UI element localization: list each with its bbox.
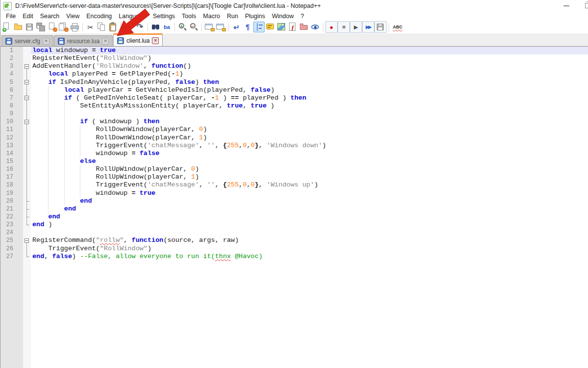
menu-file[interactable]: File [2, 12, 19, 20]
code-text [31, 110, 588, 118]
cut-icon-glyph: ✂ [87, 24, 94, 31]
replace-icon[interactable]: ba [161, 22, 172, 32]
line-number[interactable]: 15 [0, 158, 23, 165]
tab-close-icon[interactable]: ✕ [43, 38, 49, 45]
line-number[interactable]: 18 [0, 181, 23, 189]
menu-plugins[interactable]: Plugins [242, 12, 269, 20]
cut-icon[interactable]: ✂ [85, 22, 96, 32]
close-icon[interactable] [47, 22, 58, 32]
replace-icon-glyph: ba [164, 25, 170, 30]
restore-button[interactable] [581, 1, 588, 10]
line-number[interactable]: 16 [0, 165, 23, 173]
open-file-icon[interactable] [13, 22, 24, 32]
fold-marker [23, 150, 31, 158]
new-file-icon[interactable] [1, 22, 13, 32]
macro-play-icon-glyph: ▶ [354, 25, 358, 30]
code-text: RegisterNetEvent("RollWindow") [31, 54, 588, 62]
user-defined-dialog-icon[interactable] [265, 22, 276, 32]
save-icon[interactable] [24, 22, 35, 32]
line-number[interactable]: 13 [0, 142, 23, 150]
line-number[interactable]: 2 [0, 54, 23, 62]
code-text: TriggerEvent("RollWindow") [31, 245, 588, 253]
close-all-icon[interactable] [58, 22, 69, 32]
line-number[interactable]: 7 [0, 94, 23, 102]
code-text: windowup = false [31, 150, 588, 158]
line-number[interactable]: 8 [0, 102, 23, 110]
line-number[interactable]: 9 [0, 110, 23, 118]
line-number[interactable]: 23 [0, 221, 23, 229]
floppy-disk-icon [117, 37, 124, 44]
code-text: SetEntityAsMissionEntity( playerCar, tru… [31, 102, 588, 110]
print-icon[interactable] [69, 22, 80, 32]
menu-run[interactable]: Run [223, 12, 242, 20]
line-number[interactable]: 1 [0, 47, 23, 54]
menu-help[interactable]: ? [297, 12, 307, 20]
function-list-icon[interactable]: ƒ [287, 22, 298, 32]
tab-close-icon[interactable]: ✕ [152, 37, 159, 44]
sync-vertical-scroll-icon[interactable] [204, 22, 215, 32]
line-number[interactable]: 27 [0, 253, 23, 261]
line-number[interactable]: 21 [0, 205, 23, 213]
menu-macro[interactable]: Macro [199, 12, 223, 20]
line-number[interactable]: 17 [0, 173, 23, 181]
show-indent-guide-icon[interactable] [253, 22, 265, 32]
fold-marker [23, 197, 31, 205]
zoom-out-icon[interactable]: − [188, 22, 199, 32]
folder-as-workspace-icon[interactable] [298, 22, 310, 32]
menu-edit[interactable]: Edit [19, 12, 37, 20]
minimize-button[interactable] [560, 1, 573, 10]
tab-server.cfg[interactable]: server.cfg✕ [1, 35, 53, 46]
menu-language[interactable]: Language [115, 12, 149, 20]
paste-icon[interactable] [107, 22, 119, 32]
fold-marker[interactable] [23, 237, 31, 244]
word-wrap-icon-glyph: ↵ [233, 24, 240, 31]
zoom-in-icon[interactable]: + [177, 22, 188, 32]
save-all-icon[interactable] [35, 22, 47, 32]
code-editor[interactable]: 1local windowup = true2RegisterNetEvent(… [0, 47, 588, 368]
line-number[interactable]: 12 [0, 134, 23, 142]
menu-settings[interactable]: Settings [149, 12, 178, 20]
macro-play-icon[interactable]: ▶ [350, 21, 362, 33]
document-map-icon[interactable] [276, 22, 287, 32]
line-number[interactable]: 11 [0, 126, 23, 133]
line-number[interactable]: 20 [0, 197, 23, 205]
tab-client.lua[interactable]: client.lua✕ [113, 33, 163, 46]
menu-encoding[interactable]: Encoding [83, 12, 115, 20]
macro-run-multiple-icon[interactable]: ▶▶ [362, 21, 374, 33]
spell-check-icon[interactable]: ABC [391, 22, 404, 32]
fold-marker[interactable] [23, 94, 31, 102]
tab-resource.lua[interactable]: resource.lua✕ [54, 35, 113, 46]
macro-stop-icon[interactable]: ■ [338, 21, 350, 33]
undo-icon[interactable]: ↶ [123, 22, 134, 32]
line-number[interactable]: 4 [0, 70, 23, 78]
macro-save-icon[interactable] [374, 21, 387, 33]
line-number[interactable]: 6 [0, 86, 23, 94]
word-wrap-icon[interactable]: ↵ [231, 22, 242, 32]
line-number[interactable]: 24 [0, 229, 23, 237]
show-all-characters-icon[interactable]: ¶ [242, 22, 253, 32]
copy-icon[interactable] [96, 22, 107, 32]
line-number[interactable]: 3 [0, 62, 23, 70]
toolbar-separator [121, 23, 121, 31]
find-icon[interactable] [150, 22, 161, 32]
line-number[interactable]: 5 [0, 79, 23, 86]
menu-view[interactable]: View [63, 12, 83, 20]
macro-record-icon[interactable]: ● [325, 21, 338, 33]
line-number[interactable]: 25 [0, 237, 23, 244]
monitoring-eye-icon[interactable] [310, 22, 321, 32]
menu-tools[interactable]: Tools [178, 12, 199, 20]
line-number[interactable]: 19 [0, 189, 23, 197]
menu-window[interactable]: Window [269, 12, 297, 20]
tab-close-icon[interactable]: ✕ [102, 38, 109, 45]
line-number[interactable]: 10 [0, 118, 23, 126]
code-text: RollUpWindow(playerCar, 1) [31, 173, 588, 181]
menu-search[interactable]: Search [37, 12, 63, 20]
line-number[interactable]: 14 [0, 150, 23, 158]
line-number[interactable]: 26 [0, 245, 23, 253]
fold-marker[interactable] [23, 62, 31, 70]
line-number[interactable]: 22 [0, 213, 23, 221]
redo-icon[interactable]: ↷ [134, 22, 146, 32]
sync-horizontal-scroll-icon[interactable] [215, 22, 226, 32]
fold-marker[interactable] [23, 79, 31, 86]
fold-marker[interactable] [23, 118, 31, 126]
